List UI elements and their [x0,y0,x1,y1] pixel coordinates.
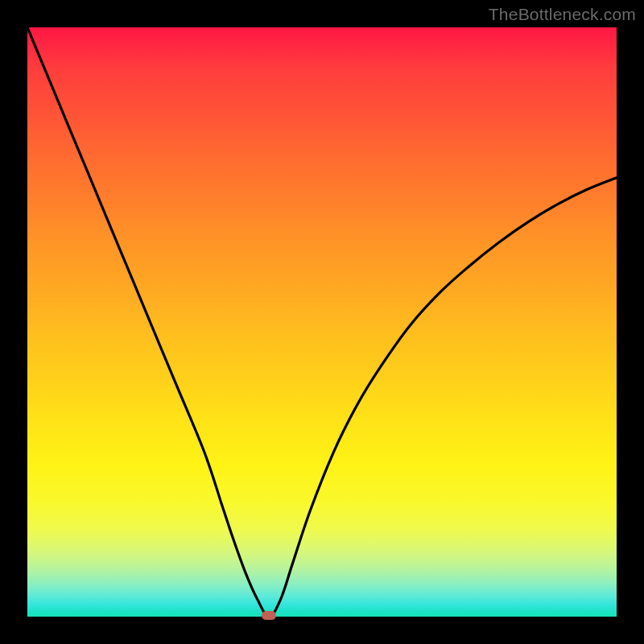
plot-area [27,27,617,617]
watermark-text: TheBottleneck.com [489,5,636,24]
optimal-point-marker [262,611,276,620]
bottleneck-curve [27,27,617,617]
chart-frame: TheBottleneck.com [0,0,644,644]
